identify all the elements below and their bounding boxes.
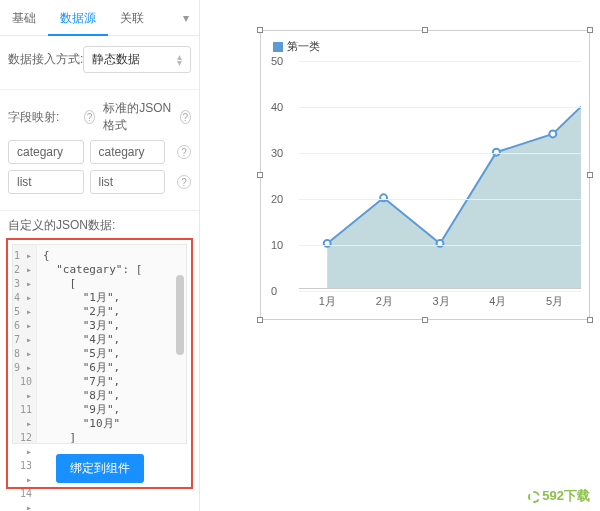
custom-json-label: 自定义的JSON数据: [8,217,199,234]
x-tick: 2月 [376,294,393,309]
resize-handle[interactable] [257,27,263,33]
access-value: 静态数据 [92,51,140,68]
help-icon[interactable]: ? [177,175,191,189]
mapping-label: 字段映射: [8,109,78,126]
bind-button[interactable]: 绑定到组件 [56,454,144,483]
svg-point-1 [380,194,387,201]
x-axis [299,288,581,289]
x-tick: 1月 [319,294,336,309]
json-highlight-box: 1 ▸2 ▸3 ▸4 ▸5 ▸6 ▸7 ▸8 ▸9 ▸10 ▸11 ▸12 ▸1… [6,238,193,489]
y-tick: 10 [271,239,283,251]
tab-dropdown-icon[interactable]: ▾ [173,11,199,25]
field-categary-2[interactable]: categary [90,140,166,164]
config-panel: 基础 数据源 关联 ▾ 数据接入方式: 静态数据 ▴▾ 字段映射: ? 标准的J… [0,0,200,511]
resize-handle[interactable] [257,172,263,178]
y-tick: 50 [271,55,283,67]
scrollbar[interactable] [176,275,184,355]
legend-label: 第一类 [287,39,320,54]
y-tick: 20 [271,193,283,205]
legend-swatch-icon [273,42,283,52]
y-tick: 40 [271,101,283,113]
help-icon[interactable]: ? [177,145,191,159]
field-list-1[interactable]: list [8,170,84,194]
select-spinner-icon: ▴▾ [177,54,182,66]
access-select[interactable]: 静态数据 ▴▾ [83,46,191,73]
resize-handle[interactable] [587,27,593,33]
canvas: 第一类 010203040501月2月3月4月5月 [200,0,600,511]
editor-gutter: 1 ▸2 ▸3 ▸4 ▸5 ▸6 ▸7 ▸8 ▸9 ▸10 ▸11 ▸12 ▸1… [13,245,37,443]
chart-plot-area: 010203040501月2月3月4月5月 [299,61,581,289]
editor-content[interactable]: { "categary": [ [ "1月", "2月", "3月", "4月"… [37,245,186,443]
chart-component[interactable]: 第一类 010203040501月2月3月4月5月 [260,30,590,320]
x-tick: 3月 [432,294,449,309]
resize-handle[interactable] [587,317,593,323]
chart-svg [299,61,581,289]
svg-point-4 [549,130,556,137]
y-tick: 30 [271,147,283,159]
resize-handle[interactable] [257,317,263,323]
help-icon[interactable]: ? [180,110,191,124]
field-list-2[interactable]: list [90,170,166,194]
x-tick: 4月 [489,294,506,309]
std-json-label: 标准的JSON格式 [103,100,174,134]
resize-handle[interactable] [422,317,428,323]
tab-basic[interactable]: 基础 [0,0,48,36]
resize-handle[interactable] [422,27,428,33]
tab-relation[interactable]: 关联 [108,0,156,36]
mapping-section: 字段映射: ? 标准的JSON格式 ? categary categary ? … [0,90,199,211]
access-label: 数据接入方式: [8,51,83,68]
help-icon[interactable]: ? [84,110,95,124]
watermark: 592下载 [528,487,590,505]
json-editor[interactable]: 1 ▸2 ▸3 ▸4 ▸5 ▸6 ▸7 ▸8 ▸9 ▸10 ▸11 ▸12 ▸1… [12,244,187,444]
field-categary-1[interactable]: categary [8,140,84,164]
tabs: 基础 数据源 关联 ▾ [0,0,199,36]
tab-datasource[interactable]: 数据源 [48,0,108,36]
access-section: 数据接入方式: 静态数据 ▴▾ [0,36,199,90]
y-tick: 0 [271,285,277,297]
watermark-icon [528,491,540,503]
resize-handle[interactable] [587,172,593,178]
x-tick: 5月 [546,294,563,309]
chart-legend: 第一类 [273,39,320,54]
